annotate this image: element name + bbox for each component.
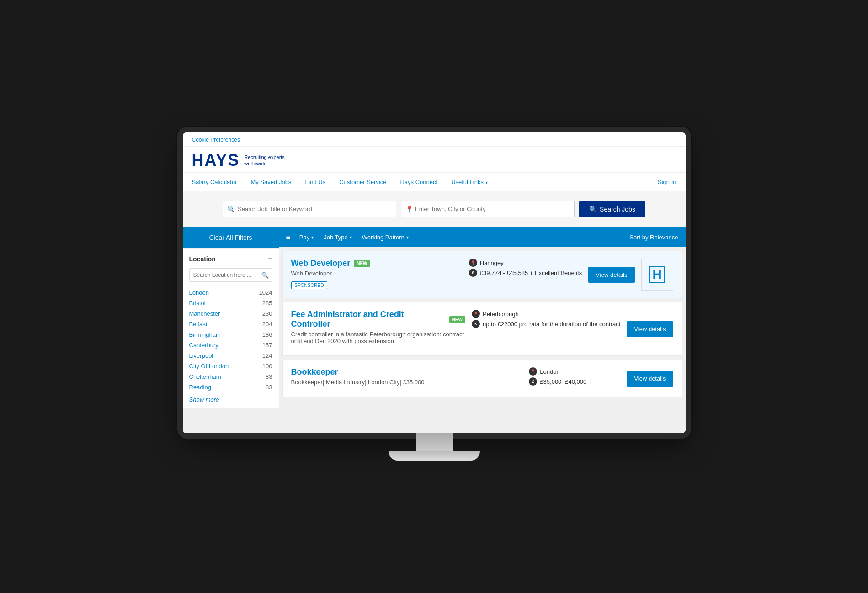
clear-all-filters-button[interactable]: Clear All Filters xyxy=(183,228,279,248)
filter-bar-icon: ≡ xyxy=(286,233,290,242)
location-belfast-link[interactable]: Belfast xyxy=(189,321,208,328)
nav-customer-service[interactable]: Customer Service xyxy=(339,173,386,191)
job-salary-1: £39,774 - £45,585 + Excellent Benefits xyxy=(480,270,582,276)
location-city-of-london-link[interactable]: City Of London xyxy=(189,363,229,370)
location-filter-input[interactable] xyxy=(189,268,272,282)
hays-logo: HAYS xyxy=(192,152,240,169)
location-liverpool-link[interactable]: Liverpool xyxy=(189,352,213,359)
logo-tagline: Recruiting experts worldwide xyxy=(244,154,285,167)
job-salary-icon-3: £ xyxy=(529,377,537,386)
keyword-search-input[interactable] xyxy=(223,201,396,217)
search-jobs-button[interactable]: 🔍 Search Jobs xyxy=(579,201,645,217)
list-item: Manchester 230 xyxy=(189,308,272,319)
job-type-dropdown-icon: ▾ xyxy=(350,235,352,240)
logo-area: HAYS Recruiting experts worldwide xyxy=(192,152,285,169)
location-filter-search-icon: 🔍 xyxy=(261,272,269,279)
location-list: London 1024 Bristol 285 Manchester 230 xyxy=(189,287,272,392)
nav-salary-calculator[interactable]: Salary Calculator xyxy=(192,173,237,191)
working-pattern-dropdown-icon: ▾ xyxy=(406,235,409,240)
job-location-2: Peterborough xyxy=(483,311,519,318)
nav-my-saved-jobs[interactable]: My Saved Jobs xyxy=(251,173,292,191)
list-item: City Of London 100 xyxy=(189,361,272,371)
location-manchester-link[interactable]: Manchester xyxy=(189,310,220,317)
location-canterbury-link[interactable]: Canterbury xyxy=(189,342,218,349)
job-card-1-content: Web Developer NEW Web Developer SPONSORE… xyxy=(291,259,463,289)
job-salary-icon-2: £ xyxy=(472,320,480,328)
show-more-locations-link[interactable]: Show more xyxy=(189,396,272,403)
keyword-search-icon: 🔍 xyxy=(227,206,235,213)
job-location-1: Haringey xyxy=(480,259,504,266)
nav-useful-links[interactable]: Useful Links ▾ xyxy=(451,173,487,191)
location-london-count: 1024 xyxy=(259,289,272,296)
job-title-row-1: Web Developer NEW xyxy=(291,259,463,268)
job-title-2[interactable]: Fee Administrator and Credit Controller xyxy=(291,310,446,329)
filter-section-header: Location − xyxy=(189,254,272,264)
job-salary-icon-1: £ xyxy=(469,269,477,277)
job-salary-row-1: £ £39,774 - £45,585 + Excellent Benefits xyxy=(469,269,582,277)
location-london-link[interactable]: London xyxy=(189,289,209,296)
sort-by-label: Sort by Relevance xyxy=(629,234,678,241)
job-new-badge-1: NEW xyxy=(354,260,370,267)
cookie-preferences-link[interactable]: Cookie Preferences xyxy=(192,137,240,143)
useful-links-dropdown-icon: ▾ xyxy=(485,180,488,185)
search-section: 🔍 📍 🔍 Search Jobs xyxy=(183,191,686,227)
job-salary-3: £35,000- £40,000 xyxy=(540,378,586,385)
location-filter-title: Location xyxy=(189,255,216,263)
job-location-icon-1: 📍 xyxy=(469,259,477,267)
location-birmingham-count: 186 xyxy=(262,331,272,338)
location-search-input[interactable] xyxy=(401,201,575,217)
location-bristol-count: 285 xyxy=(262,300,272,307)
location-cheltenham-link[interactable]: Cheltenham xyxy=(189,373,221,380)
cookie-bar: Cookie Preferences xyxy=(183,132,686,147)
job-card-1: Web Developer NEW Web Developer SPONSORE… xyxy=(282,251,682,298)
list-item: Birmingham 186 xyxy=(189,329,272,340)
job-subtitle-1: Web Developer xyxy=(291,270,463,277)
job-sponsored-badge-1: SPONSORED xyxy=(291,281,328,289)
job-title-row-2: Fee Administrator and Credit Controller … xyxy=(291,310,465,329)
location-search-wrap: 🔍 xyxy=(189,268,272,282)
sidebar: Clear All Filters Location − 🔍 London 10… xyxy=(183,228,279,433)
jobs-area: ≡ Pay ▾ Job Type ▾ Working Pattern ▾ Sor… xyxy=(279,228,686,433)
job-card-2-content: Fee Administrator and Credit Controller … xyxy=(291,310,465,348)
job-title-row-3: Bookkeeper xyxy=(291,367,523,377)
job-card-3: Bookkeeper Bookkeeper| Media Industry| L… xyxy=(282,360,682,397)
job-title-3[interactable]: Bookkeeper xyxy=(291,367,338,377)
view-details-button-2[interactable]: View details xyxy=(627,321,673,337)
location-city-of-london-count: 100 xyxy=(262,363,272,370)
pay-filter-button[interactable]: Pay ▾ xyxy=(296,232,317,243)
location-reading-link[interactable]: Reading xyxy=(189,384,211,391)
job-meta-1: 📍 Haringey £ £39,774 - £45,585 + Excelle… xyxy=(469,259,582,279)
location-belfast-count: 204 xyxy=(262,321,272,328)
nav-find-us[interactable]: Find Us xyxy=(305,173,325,191)
view-details-button-3[interactable]: View details xyxy=(627,371,673,387)
job-subtitle-2: Credit controller in a fantastic Peterbo… xyxy=(291,331,465,344)
hays-company-logo-1: H xyxy=(641,259,673,291)
main-nav: Salary Calculator My Saved Jobs Find Us … xyxy=(183,173,686,191)
view-details-button-1[interactable]: View details xyxy=(588,267,634,283)
job-title-1[interactable]: Web Developer xyxy=(291,259,351,268)
job-subtitle-3: Bookkeeper| Media Industry| London City|… xyxy=(291,379,523,386)
location-canterbury-count: 157 xyxy=(262,342,272,349)
list-item: Belfast 204 xyxy=(189,319,272,329)
working-pattern-filter-button[interactable]: Working Pattern ▾ xyxy=(358,232,412,243)
job-type-filter-button[interactable]: Job Type ▾ xyxy=(320,232,356,243)
list-item: Reading 83 xyxy=(189,382,272,392)
job-location-icon-3: 📍 xyxy=(529,367,537,376)
job-new-badge-2: NEW xyxy=(449,316,465,323)
pay-dropdown-icon: ▾ xyxy=(311,235,314,240)
location-birmingham-link[interactable]: Birmingham xyxy=(189,331,221,338)
stand-base xyxy=(389,451,480,461)
job-location-row-1: 📍 Haringey xyxy=(469,259,582,267)
sign-in-link[interactable]: Sign In xyxy=(658,173,676,191)
location-filter-section: Location − 🔍 London 1024 Bristol xyxy=(183,249,279,408)
job-card-2: Fee Administrator and Credit Controller … xyxy=(282,302,682,356)
list-item: Bristol 285 xyxy=(189,298,272,308)
location-collapse-icon[interactable]: − xyxy=(267,254,272,264)
job-location-row-2: 📍 Peterborough xyxy=(472,310,620,318)
site-header: HAYS Recruiting experts worldwide xyxy=(183,147,686,173)
location-pin-icon: 📍 xyxy=(405,206,413,213)
monitor-stand xyxy=(183,433,686,461)
nav-hays-connect[interactable]: Hays Connect xyxy=(400,173,437,191)
search-btn-icon: 🔍 xyxy=(589,206,597,213)
location-bristol-link[interactable]: Bristol xyxy=(189,300,206,307)
